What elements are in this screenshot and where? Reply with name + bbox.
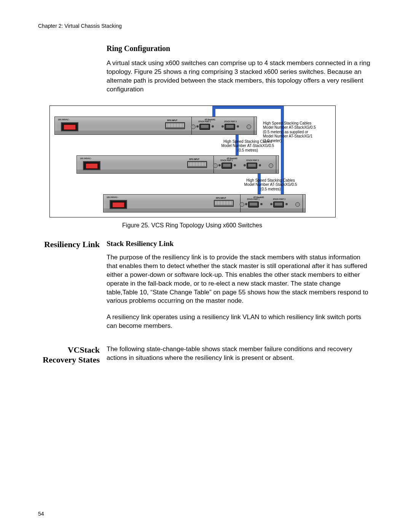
power-socket-icon [83, 161, 100, 170]
stack-port2-label: STACK PORT 2 [246, 160, 259, 161]
resiliency-link-section: Resiliency Link Stack Resiliency Link Th… [38, 240, 373, 339]
stack-port-icon [247, 163, 257, 169]
page-number: 54 [38, 511, 44, 517]
stack-port1-label: STACK PORT 1 [198, 121, 211, 123]
screw-icon [244, 164, 246, 166]
power-rating-label: 100-240VAC~ [80, 157, 92, 160]
ring-config-body: A virtual stack using x600 switches can … [107, 59, 373, 94]
rps-input-label: RPS INPUT [167, 119, 177, 121]
screw-icon [234, 164, 236, 166]
switch-1: 100-240VAC~ RPS INPUT AT-StackXG STACK P… [54, 117, 257, 135]
stack-port1-label: STACK PORT 1 [220, 160, 233, 161]
stack-port-icon [199, 124, 210, 130]
rps-port-icon [214, 200, 234, 207]
screw-icon [221, 125, 224, 128]
stack-resiliency-link-title: Stack Resiliency Link [107, 240, 373, 248]
screw-icon [270, 203, 272, 205]
stack-port2-label: STACK PORT 2 [224, 121, 237, 123]
screw-icon [285, 203, 288, 205]
rps-input-label: RPS INPUT [216, 197, 226, 199]
screw-icon [218, 164, 221, 166]
screw-icon [245, 203, 247, 205]
stack-port2-label: STACK PORT 2 [273, 198, 285, 200]
figure-25: 100-240VAC~ RPS INPUT AT-StackXG STACK P… [49, 105, 336, 217]
screw-icon [191, 125, 196, 129]
screw-icon [240, 202, 244, 207]
switch-2: 100-240VAC~ RPS INPUT AT-StackXG STACK P… [76, 155, 279, 174]
divider [276, 156, 276, 173]
screw-icon [247, 125, 251, 129]
rps-port-icon [165, 122, 185, 129]
screw-icon [295, 202, 300, 207]
vcstack-recovery-side-heading: VCStack Recovery States [38, 345, 107, 364]
rps-input-label: RPS INPUT [189, 158, 199, 160]
chapter-header: Chapter 2: Virtual Chassis Stacking [38, 23, 373, 29]
power-rating-label: 100-240VAC~ [58, 118, 70, 121]
screw-icon [212, 125, 214, 128]
resiliency-paragraph-1: The purpose of the resiliency link is to… [107, 253, 373, 306]
ring-config-title: Ring Configuration [107, 44, 373, 53]
switch-3: 100-240VAC~ RPS INPUT AT-StackXG STACK P… [103, 194, 306, 212]
stack-port-icon [225, 124, 235, 130]
screw-icon [269, 163, 273, 168]
stack-port1-label: STACK PORT 1 [247, 198, 260, 200]
resiliency-paragraph-2: A resiliency link operates using a resil… [107, 313, 373, 331]
stack-port-icon [221, 163, 232, 169]
power-socket-icon [110, 200, 127, 209]
divider [303, 195, 303, 212]
rps-port-icon [187, 161, 207, 168]
screw-icon [237, 125, 239, 128]
divider [254, 117, 254, 134]
screw-icon [213, 163, 218, 168]
screw-icon [260, 203, 263, 205]
screw-icon [196, 125, 199, 128]
screw-icon [259, 164, 261, 166]
vcstack-recovery-section: VCStack Recovery States The following st… [38, 345, 373, 370]
power-socket-icon [61, 122, 78, 131]
stack-port-icon [273, 201, 284, 208]
cable-annotation-mid1: High Speed Stacking Cables Model Number … [210, 139, 286, 153]
page: Chapter 2: Virtual Chassis Stacking Ring… [0, 0, 411, 532]
figure-25-caption: Figure 25. VCS Ring Topology Using x600 … [49, 222, 335, 229]
cable-annotation-mid2: High Speed Stacking Cables Model Number … [233, 178, 309, 192]
resiliency-link-side-heading: Resiliency Link [38, 240, 107, 249]
vcstack-recovery-body: The following state-change-table shows s… [107, 345, 373, 363]
stacking-cable [212, 106, 284, 109]
stack-port-icon [248, 201, 259, 208]
power-rating-label: 100-240VAC~ [107, 196, 118, 198]
ring-config-section: Ring Configuration A virtual stack using… [107, 44, 373, 94]
